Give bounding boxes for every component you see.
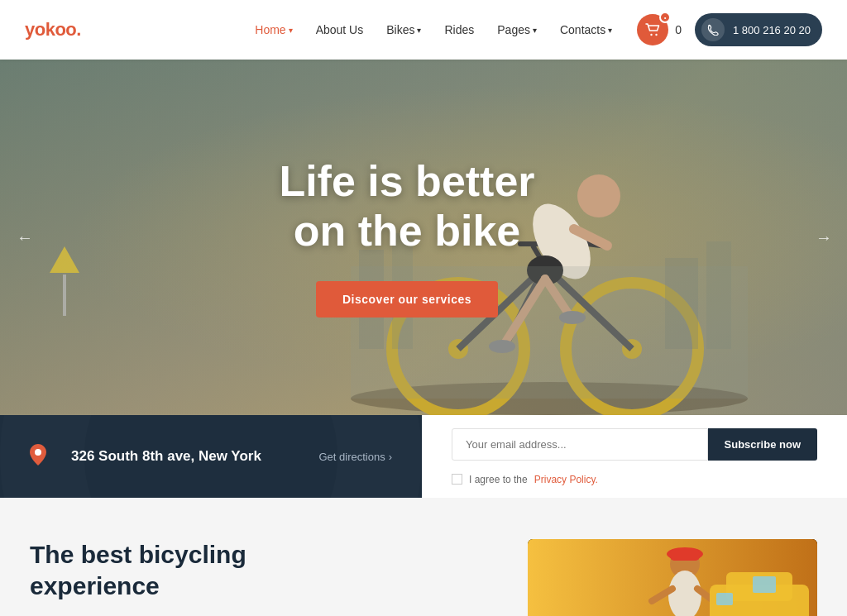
subscribe-section: Subscribe now I agree to the Privacy Pol… [422,415,847,498]
nav-bikes[interactable]: Bikes ▾ [386,23,421,36]
svg-point-1 [656,34,658,36]
chevron-down-icon: ▾ [608,26,612,35]
header: yokoo. Home ▾ About Us Bikes ▾ Rides Pag… [0,0,847,60]
cart-badge: • [659,12,671,23]
hero-title: Life is better on the bike [279,157,534,256]
chevron-down-icon: ▾ [417,26,421,35]
phone-number: 1 800 216 20 20 [733,24,811,36]
nav-home[interactable]: Home ▾ [255,23,292,36]
about-title: The best bicycling experience [30,539,495,601]
hero-prev-arrow[interactable]: ← [17,227,31,248]
phone-icon [701,18,725,41]
hero-cta-button[interactable]: Discover our services [316,281,498,318]
main-nav: Home ▾ About Us Bikes ▾ Rides Pages ▾ Co… [255,23,612,36]
logo-dot: . [76,19,81,40]
chevron-down-icon: ▾ [533,26,537,35]
address-section: 326 South 8th ave, New York Get directio… [0,415,422,498]
phone-button[interactable]: 1 800 216 20 20 [695,13,822,46]
address-text: 326 South 8th ave, New York [71,448,261,465]
email-input[interactable] [452,428,708,461]
privacy-checkbox[interactable] [452,474,462,485]
nav-pages[interactable]: Pages ▾ [497,23,537,36]
svg-rect-41 [753,576,776,593]
chevron-down-icon: ▾ [289,26,293,35]
road-sign-decoration [50,246,79,316]
nav-rides[interactable]: Rides [444,23,474,36]
about-image-inner [528,539,817,616]
privacy-policy-link[interactable]: Privacy Policy. [534,474,598,485]
cart-count: 0 [675,23,682,36]
svg-point-0 [651,34,653,36]
svg-rect-25 [665,258,698,349]
about-image [528,539,817,616]
about-section: The best bicycling experience [0,498,847,616]
svg-rect-32 [670,549,700,561]
svg-point-15 [577,174,620,217]
nav-about[interactable]: About Us [316,23,364,36]
subscribe-button[interactable]: Subscribe now [708,428,817,461]
svg-rect-40 [716,593,733,605]
svg-rect-26 [706,241,731,349]
hero-next-arrow[interactable]: → [816,227,830,248]
cart-button[interactable]: • 0 [637,14,682,45]
privacy-agreement: I agree to the Privacy Policy. [452,474,598,485]
hero-content: Life is better on the bike Discover our … [279,157,534,318]
subscribe-form: Subscribe now [452,428,817,461]
about-text-block: The best bicycling experience [30,539,495,616]
logo-text: yokoo [25,19,76,40]
logo[interactable]: yokoo. [25,19,81,41]
header-actions: • 0 1 800 216 20 20 [637,13,822,46]
info-bar: 326 South 8th ave, New York Get directio… [0,415,847,498]
cart-icon: • [637,14,668,45]
get-directions-link[interactable]: Get directions › [318,451,392,463]
hero-section: Life is better on the bike Discover our … [0,60,847,415]
nav-contacts[interactable]: Contacts ▾ [560,23,612,36]
location-pin-icon [30,444,46,470]
svg-point-27 [35,449,41,456]
